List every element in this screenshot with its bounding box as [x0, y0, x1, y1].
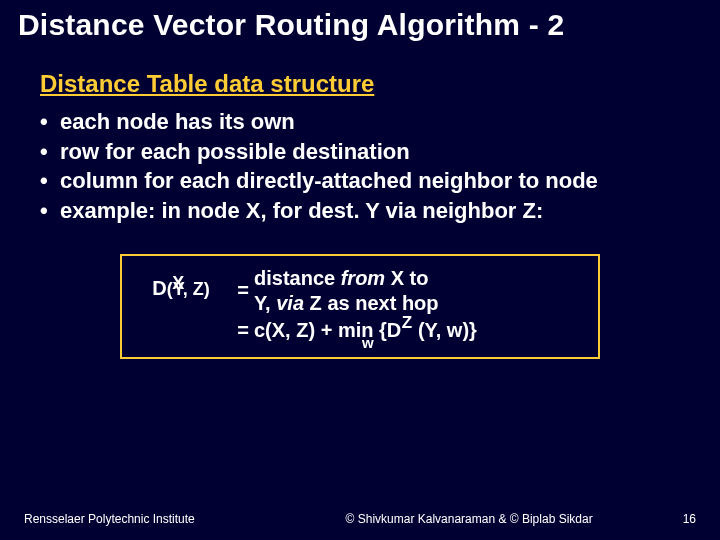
bullet-item: • column for each directly-attached neig… — [40, 167, 702, 195]
bullet-item: • row for each possible destination — [40, 138, 702, 166]
text: X to — [385, 267, 428, 289]
text: Y, — [254, 292, 276, 314]
formula-lhs: DX(Y, Z) — [130, 266, 232, 343]
formula-D2-super: Z — [402, 312, 412, 333]
bullet-item: • each node has its own — [40, 108, 702, 136]
formula-rhs: = distance from X to Y, via Z as next ho… — [232, 266, 590, 343]
formula-row-1: = distance from X to Y, via Z as next ho… — [232, 266, 590, 316]
formula-D2-args: (Y, w)} — [412, 319, 476, 341]
eq-text: = — [237, 319, 249, 341]
equals-sign: = — [232, 266, 254, 316]
bullet-text: example: in node X, for dest. Y via neig… — [60, 197, 702, 225]
brace-open: { — [379, 319, 387, 341]
formula-body-2: c(X, Z) + minw {DZ (Y, w)} — [254, 318, 590, 343]
bullet-item: • example: in node X, for dest. Y via ne… — [40, 197, 702, 225]
text-italic: from — [341, 267, 385, 289]
formula-D-symbol: DX(Y, Z) — [152, 276, 209, 301]
eq-text: = — [237, 279, 249, 301]
text: Z as next hop — [304, 292, 438, 314]
min-subscript: w — [362, 334, 374, 353]
page-number: 16 — [636, 512, 696, 526]
bullet-list: • each node has its own • row for each p… — [40, 108, 702, 224]
bullet-dot: • — [40, 138, 60, 166]
bullet-dot: • — [40, 167, 60, 195]
section-subtitle: Distance Table data structure — [40, 70, 702, 98]
slide-title: Distance Vector Routing Algorithm - 2 — [18, 8, 702, 42]
footer-left: Rensselaer Polytechnic Institute — [24, 512, 302, 526]
bullet-dot: • — [40, 197, 60, 225]
formula-D-super: X — [172, 272, 184, 295]
bullet-text: column for each directly-attached neighb… — [60, 167, 702, 195]
formula-D2: DZ — [387, 318, 401, 343]
bullet-text: each node has its own — [60, 108, 702, 136]
footer-middle: © Shivkumar Kalvanaraman & © Biplab Sikd… — [302, 512, 636, 526]
text: c(X, Z) + — [254, 319, 338, 341]
formula-body-1: distance from X to Y, via Z as next hop — [254, 266, 590, 316]
footer: Rensselaer Polytechnic Institute © Shivk… — [0, 512, 720, 526]
formula-D-base: D — [152, 277, 166, 299]
bullet-dot: • — [40, 108, 60, 136]
formula-box: DX(Y, Z) = distance from X to Y, via Z a… — [120, 254, 600, 359]
formula-row-2: = c(X, Z) + minw {DZ (Y, w)} — [232, 318, 590, 343]
min-operator: minw — [338, 318, 374, 343]
bullet-text: row for each possible destination — [60, 138, 702, 166]
equals-sign: = — [232, 318, 254, 343]
slide: Distance Vector Routing Algorithm - 2 Di… — [0, 0, 720, 540]
formula-D2-base: D — [387, 319, 401, 341]
text-italic: via — [276, 292, 304, 314]
text: distance — [254, 267, 341, 289]
